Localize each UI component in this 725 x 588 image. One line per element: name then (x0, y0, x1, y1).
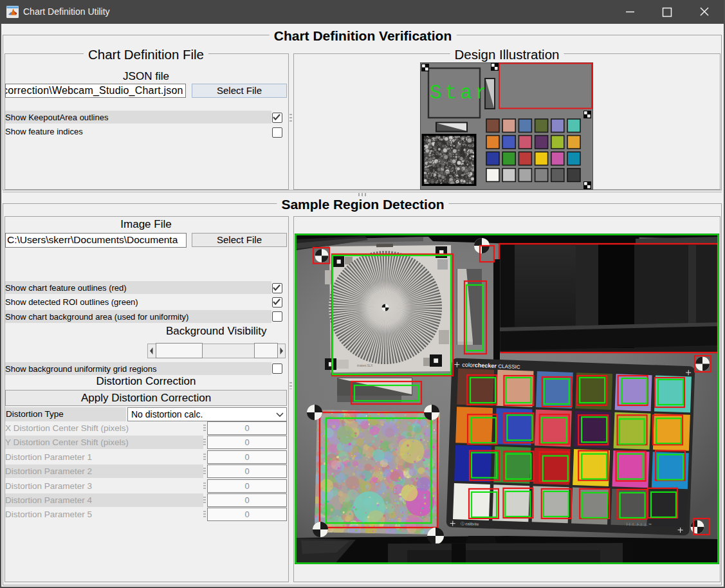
svg-text:imatest SLX: imatest SLX (357, 364, 372, 367)
svg-text:Star: Star (430, 82, 490, 104)
svg-text:ⓘ calibrite: ⓘ calibrite (461, 522, 479, 526)
